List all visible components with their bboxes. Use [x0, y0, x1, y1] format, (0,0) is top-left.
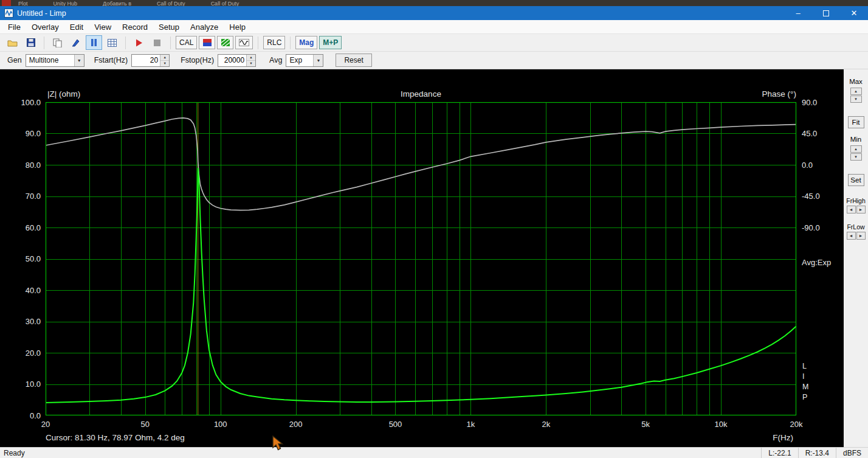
menu-analyze[interactable]: Analyze	[185, 20, 224, 33]
max-down-button[interactable]: ▼	[850, 95, 862, 103]
chart-grid	[46, 102, 796, 415]
magnitude-phase-view-button[interactable]: M+P	[319, 36, 342, 49]
menu-help[interactable]: Help	[224, 20, 251, 33]
avg-select-value: Exp	[286, 55, 313, 66]
rlc-button[interactable]: RLC	[263, 36, 285, 49]
plot-border	[46, 103, 796, 415]
fit-button[interactable]: Fit	[848, 116, 864, 128]
maximize-icon	[823, 10, 829, 16]
pen-button[interactable]	[67, 35, 84, 50]
frlow-right-button[interactable]: ►	[856, 232, 866, 240]
max-label: Max	[849, 78, 863, 85]
copy-button[interactable]	[49, 35, 66, 50]
left-tick-label: 40.0	[26, 286, 41, 295]
spin-up-icon[interactable]: ▲	[160, 55, 169, 61]
background-tab: Call of Duty	[211, 1, 239, 7]
spin-down-icon[interactable]: ▼	[160, 61, 169, 66]
stop-icon	[154, 40, 160, 46]
record-stop-button[interactable]	[149, 35, 165, 50]
menu-file[interactable]: File	[2, 20, 26, 33]
minimize-button[interactable]: –	[784, 6, 812, 20]
right-tick-label: 45.0	[802, 129, 817, 138]
limp-watermark: M	[802, 383, 808, 391]
menu-view[interactable]: View	[89, 20, 117, 33]
calibrate-button[interactable]: CAL	[176, 36, 197, 49]
frhigh-left-button[interactable]: ◄	[847, 206, 856, 213]
min-label: Min	[850, 136, 862, 143]
menu-edit[interactable]: Edit	[64, 20, 89, 33]
impedance-chart[interactable]: |Z| (ohm)ImpedancePhase (°)100.090.080.0…	[0, 69, 844, 447]
left-tick-label: 10.0	[26, 380, 41, 389]
menu-bar: File Overlay Edit View Record Setup Anal…	[0, 20, 868, 34]
overlay-grid-icon	[221, 39, 230, 46]
background-tab: Plot	[18, 1, 28, 7]
impedance-curve	[46, 168, 796, 403]
fstop-input[interactable]	[218, 55, 246, 66]
min-up-button[interactable]: ▲	[850, 145, 862, 153]
save-icon	[27, 38, 35, 47]
phase-curve	[46, 118, 796, 210]
window-title: Untitled - Limp	[17, 9, 66, 18]
left-tick-label: 0.0	[30, 411, 41, 420]
pause-button[interactable]	[86, 35, 102, 50]
cursor-readout: Cursor: 81.30 Hz, 78.97 Ohm, 4.2 deg	[46, 433, 185, 442]
menu-setup[interactable]: Setup	[153, 20, 185, 33]
x-axis-label: F(Hz)	[773, 433, 793, 442]
menu-record[interactable]: Record	[117, 20, 153, 33]
right-tick-label: -90.0	[802, 223, 820, 232]
toolbar-separator	[258, 36, 258, 49]
menu-overlay[interactable]: Overlay	[26, 20, 64, 33]
frhigh-right-button[interactable]: ►	[856, 206, 866, 213]
frlow-left-button[interactable]: ◄	[847, 232, 856, 240]
left-tick-label: 80.0	[26, 161, 41, 170]
chart-title: Impedance	[401, 89, 441, 99]
spin-down-icon[interactable]: ▼	[247, 61, 255, 66]
x-tick-label: 2k	[542, 420, 550, 429]
status-text: Ready	[0, 449, 25, 457]
generator-select[interactable]: Multitone ▼	[26, 54, 84, 67]
frlow-label: FrLow	[847, 223, 864, 231]
title-bar: Untitled - Limp – ✕	[0, 6, 868, 20]
open-folder-icon	[7, 39, 18, 47]
left-tick-label: 20.0	[26, 349, 41, 358]
min-stepper: ▲ ▼	[850, 145, 862, 161]
record-play-button[interactable]	[131, 35, 147, 50]
open-file-button[interactable]	[4, 35, 21, 50]
x-tick-label: 500	[389, 420, 402, 429]
save-button[interactable]	[22, 35, 39, 50]
max-stepper: ▲ ▼	[850, 88, 862, 103]
maximize-button[interactable]	[812, 6, 840, 20]
table-button[interactable]	[104, 35, 120, 50]
reset-button[interactable]: Reset	[336, 54, 371, 67]
magnitude-view-button[interactable]: Mag	[295, 36, 317, 49]
overlay-grid-button[interactable]	[217, 36, 233, 49]
max-up-button[interactable]: ▲	[850, 88, 862, 95]
spin-up-icon[interactable]: ▲	[247, 55, 255, 61]
set-button[interactable]: Set	[848, 174, 864, 186]
min-down-button[interactable]: ▼	[850, 153, 862, 161]
avg-label: Avg	[269, 56, 282, 64]
toolbar-separator	[125, 36, 126, 49]
avg-indicator: Avg:Exp	[802, 258, 831, 267]
background-accent	[2, 0, 11, 6]
sine-wave-icon	[239, 39, 249, 46]
color-scale-button[interactable]	[199, 36, 215, 49]
right-level-value: R:-13.4	[798, 448, 836, 458]
left-tick-label: 30.0	[26, 317, 41, 326]
fstart-input[interactable]	[132, 55, 160, 66]
x-tick-label: 50	[141, 420, 150, 429]
x-tick-label: 10k	[715, 420, 728, 429]
sine-generator-button[interactable]	[235, 36, 253, 49]
toolbar-separator	[44, 36, 44, 49]
avg-select[interactable]: Exp ▼	[286, 54, 323, 67]
close-button[interactable]: ✕	[840, 6, 868, 20]
frhigh-label: FrHigh	[846, 197, 866, 204]
toolbar-separator	[170, 36, 171, 49]
left-tick-label: 60.0	[26, 223, 41, 232]
background-tab: Добавить в	[103, 1, 131, 7]
generator-select-value: Multitone	[26, 55, 74, 66]
limp-watermark: L	[802, 362, 807, 370]
right-axis-label: Phase (°)	[762, 89, 796, 99]
toolbar-separator	[290, 36, 291, 49]
x-tick-label: 20k	[790, 420, 803, 429]
